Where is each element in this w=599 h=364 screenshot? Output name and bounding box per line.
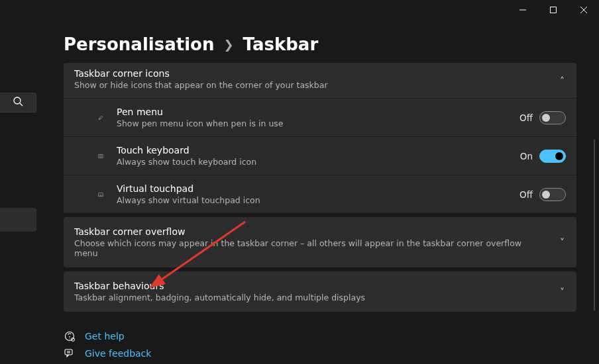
section-title: Taskbar corner icons [74,68,547,79]
row-title: Virtual touchpad [117,183,519,194]
section-taskbar-corner-icons: Taskbar corner icons Show or hide icons … [64,63,576,213]
section-taskbar-corner-overflow[interactable]: Taskbar corner overflow Choose which ico… [64,217,576,267]
feedback-icon [64,348,76,359]
section-desc: Choose which icons may appear in the tas… [74,238,547,258]
scrollbar[interactable] [594,139,595,311]
row-desc: Always show virtual touchpad icon [117,195,519,205]
toggle-state-label: On [520,151,533,161]
nav-item-personalisation[interactable] [0,208,36,232]
breadcrumb: Personalisation ❯ Taskbar [64,34,318,54]
pen-icon [74,111,103,124]
toggle-state-label: Off [519,189,533,200]
keyboard-icon [74,152,103,161]
toggle-touch-keyboard[interactable] [539,150,566,163]
section-desc: Taskbar alignment, badging, automaticall… [74,293,547,302]
chevron-down-icon: ˅ [560,237,565,248]
link-label: Get help [85,331,125,341]
page-title: Taskbar [243,34,319,54]
toggle-pen-menu[interactable] [539,111,566,124]
toggle-virtual-touchpad[interactable] [539,188,566,201]
row-title: Touch keyboard [117,145,520,156]
svg-rect-7 [65,349,72,355]
chevron-up-icon: ˄ [560,75,565,86]
section-header-corner-icons[interactable]: Taskbar corner icons Show or hide icons … [64,63,576,98]
section-taskbar-behaviours[interactable]: Taskbar behaviours Taskbar alignment, ba… [64,271,576,312]
breadcrumb-parent[interactable]: Personalisation [64,34,214,54]
chevron-right-icon: ❯ [223,38,233,52]
svg-point-1 [14,97,21,104]
row-touch-keyboard: Touch keyboard Always show touch keyboar… [64,136,576,175]
link-get-help[interactable]: Get help [64,331,151,341]
row-desc: Show pen menu icon when pen is in use [117,118,519,128]
search-button[interactable] [0,93,36,113]
svg-point-5 [69,338,70,339]
row-desc: Always show touch keyboard icon [117,157,520,167]
content-area: Personalisation ❯ Taskbar Taskbar corner… [45,0,594,364]
row-pen-menu: Pen menu Show pen menu icon when pen is … [64,98,576,136]
left-rail [0,0,38,364]
row-title: Pen menu [117,107,519,117]
touchpad-icon [74,190,103,199]
link-give-feedback[interactable]: Give feedback [64,348,151,359]
row-virtual-touchpad: Virtual touchpad Always show virtual tou… [64,175,576,213]
help-icon [64,331,76,341]
search-icon [13,96,23,109]
link-label: Give feedback [85,348,151,359]
section-title: Taskbar corner overflow [74,226,547,237]
settings-list: Taskbar corner icons Show or hide icons … [64,63,576,312]
section-title: Taskbar behaviours [74,281,547,291]
footer-links: Get help Give feedback [64,331,151,359]
section-desc: Show or hide icons that appear on the co… [74,80,547,90]
chevron-down-icon: ˅ [560,287,565,297]
toggle-state-label: Off [519,113,533,123]
